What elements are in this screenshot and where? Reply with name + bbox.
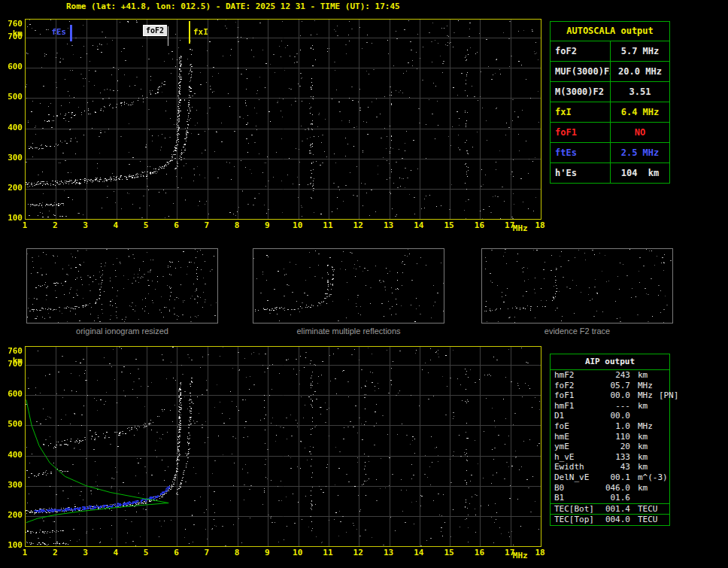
autoscala-row-ftes: ftEs2.5 MHz [551, 142, 669, 163]
y-axis-tick: 600 [3, 390, 23, 399]
aip-row-value: 00.1 [599, 472, 630, 483]
aip-row-hmf2: hmF2243km [551, 370, 669, 381]
thumb3-caption: evidence F2 trace [481, 327, 673, 336]
marker-fof2-label: foF2 [143, 25, 167, 36]
aip-row-value: 110 [599, 432, 630, 442]
marker-fes-line [70, 25, 72, 41]
aip-row-fof2: foF205.7MHz [551, 381, 669, 391]
x-axis-tick: 11 [320, 221, 335, 230]
x-axis-tick: 6 [168, 548, 184, 557]
x-axis-tick: 12 [350, 548, 366, 557]
autoscala-window: Rome (lat: +41.8, lon: 012.5) - DATE: 20… [0, 0, 728, 568]
x-axis-unit: MHz [513, 224, 528, 233]
aip-row-unit: km [630, 452, 669, 463]
aip-row-hme: hmE110km [551, 432, 669, 442]
aip-row-b0: B0046.0km [551, 483, 669, 494]
autoscala-row-fof2: foF25.7 MHz [551, 41, 669, 61]
aip-row-ewidth: Ewidth43km [551, 462, 669, 472]
aip-row-name: hmF2 [551, 370, 599, 381]
x-axis-tick: 18 [532, 548, 548, 557]
y-axis-tick: 300 [3, 481, 23, 490]
aip-row-value: 1.0 [599, 421, 630, 432]
x-axis-tick: 8 [229, 221, 244, 230]
ionogram-top-plot: fEsfoF2fxI [25, 19, 541, 220]
aip-output-title: AIP output [551, 354, 669, 370]
y-axis-tick: 700 [3, 360, 23, 369]
autoscala-output-rows: foF25.7 MHzMUF(3000)F220.0 MHzM(3000)F23… [551, 41, 669, 183]
x-axis-tick: 3 [78, 221, 93, 230]
aip-row-foe: foE1.0MHz [551, 421, 669, 432]
x-axis-tick: 6 [168, 221, 184, 230]
autoscala-row-value: NO [611, 123, 669, 142]
thumb-original-ionogram [26, 248, 218, 323]
autoscala-row-m3000f2: M(3000)F23.51 [551, 81, 669, 102]
aip-row-value: 00.0 [599, 411, 630, 421]
aip-row-d1: D100.0 [551, 411, 669, 421]
x-axis-tick: 1 [17, 548, 32, 557]
x-axis-tick: 9 [259, 221, 275, 230]
x-axis-tick: 5 [138, 548, 153, 557]
aip-row-unit: MHz[PN] [630, 390, 678, 401]
aip-row-hve: h_vE133km [551, 452, 669, 463]
thumb-evidence-f2-trace-canvas [482, 249, 672, 323]
aip-row-value: 046.0 [599, 483, 630, 494]
ionogram-top-canvas [26, 20, 541, 219]
autoscala-row-label: M(3000)F2 [551, 82, 611, 102]
aip-row-flag: [PN] [659, 390, 679, 400]
aip-row-name: TEC[Top] [551, 515, 599, 525]
x-axis-tick: 15 [441, 221, 457, 230]
aip-row-unit: TECU [630, 515, 669, 525]
y-axis-tick: 300 [3, 153, 23, 163]
aip-row-fof1: foF100.0MHz[PN] [551, 390, 669, 401]
aip-row-unit: MHz [630, 381, 669, 391]
aip-row-delnve: DelN_vE00.1m^(-3) [551, 472, 669, 483]
x-axis-tick: 14 [411, 548, 426, 557]
x-axis-tick: 12 [350, 221, 366, 230]
x-axis-tick: 2 [47, 221, 62, 230]
aip-row-value: 01.6 [599, 493, 630, 503]
aip-row-name: B0 [551, 483, 599, 494]
x-axis-tick: 3 [78, 548, 93, 557]
ionogram-bottom-canvas [26, 347, 541, 546]
x-axis-tick: 4 [108, 221, 123, 230]
x-axis-tick: 10 [290, 221, 305, 230]
x-axis-tick: 5 [138, 221, 153, 230]
aip-row-value: 05.7 [599, 381, 630, 391]
aip-row-value: 004.0 [599, 515, 630, 525]
marker-fof2-line [168, 26, 168, 46]
aip-row-unit: km [630, 432, 669, 442]
aip-row-unit: km [630, 401, 669, 412]
y-axis-tick: 200 [3, 511, 23, 520]
aip-row-value: 43 [599, 462, 630, 472]
aip-output-table: AIP output hmF2243kmfoF205.7MHzfoF100.0M… [550, 354, 670, 526]
aip-row-unit: km [630, 370, 669, 381]
autoscala-row-label: fxI [551, 102, 611, 122]
x-axis-tick: 18 [532, 221, 548, 230]
x-axis-tick: 7 [199, 221, 214, 230]
aip-row-yme: ymE20km [551, 442, 669, 452]
x-axis-tick: 10 [290, 548, 305, 557]
x-axis-tick: 16 [472, 221, 487, 230]
autoscala-output-title: AUTOSCALA output [551, 22, 669, 41]
aip-row-value: 133 [599, 452, 630, 463]
aip-row-unit [630, 411, 669, 421]
aip-row-unit: m^(-3) [630, 472, 669, 483]
aip-row-tecbot: TEC[Bot]001.4TECU [551, 503, 669, 515]
aip-row-name: Ewidth [551, 462, 599, 472]
y-axis-tick: 200 [3, 184, 23, 193]
autoscala-row-value: 104 km [611, 163, 669, 183]
x-axis-tick: 1 [17, 221, 32, 230]
y-axis-tick: 500 [3, 93, 23, 102]
aip-row-unit: km [630, 462, 669, 472]
autoscala-row-hes: h'Es104 km [551, 163, 669, 183]
x-axis-tick: 13 [381, 221, 396, 230]
aip-row-value: 243 [599, 370, 630, 381]
aip-row-name: B1 [551, 493, 599, 503]
x-axis-tick: 16 [472, 548, 487, 557]
aip-output-rows: hmF2243kmfoF205.7MHzfoF100.0MHz[PN]hmF1-… [551, 370, 669, 525]
aip-row-value: 20 [599, 442, 630, 452]
autoscala-output-table: AUTOSCALA output foF25.7 MHzMUF(3000)F22… [550, 21, 670, 184]
aip-row-value: 00.0 [599, 390, 630, 401]
marker-fes-label: fEs [39, 28, 66, 37]
aip-row-unit: km [630, 483, 669, 494]
